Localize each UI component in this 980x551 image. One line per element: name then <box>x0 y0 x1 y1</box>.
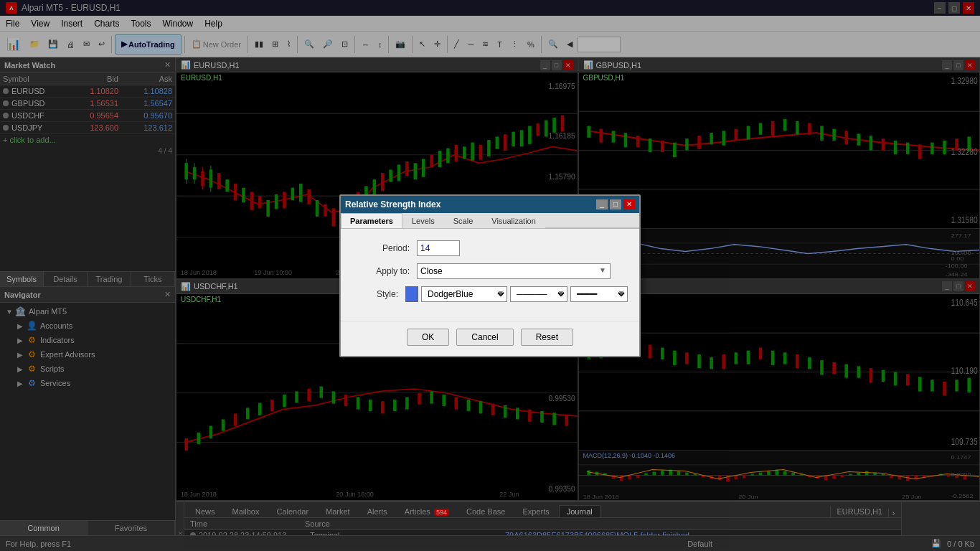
period-label: Period: <box>352 243 417 253</box>
rsi-tab-scale[interactable]: Scale <box>444 213 483 228</box>
rsi-title-buttons: _ □ ✕ <box>596 199 635 209</box>
dialog-overlay: Relative Strength Index _ □ ✕ Parameters… <box>0 0 980 551</box>
color-select[interactable]: DodgerBlue Red Green <box>421 286 507 302</box>
rsi-dialog: Relative Strength Index _ □ ✕ Parameters… <box>339 194 641 357</box>
apply-to-select[interactable]: Close Open High Low <box>417 263 611 279</box>
cancel-button[interactable]: Cancel <box>456 329 513 346</box>
rsi-tabs: Parameters Levels Scale Visualization <box>341 213 639 229</box>
period-input[interactable] <box>417 240 460 256</box>
style-row: Style: DodgerBlue Red Green ▼ ───── - - … <box>352 286 628 302</box>
ok-button[interactable]: OK <box>407 329 449 346</box>
rsi-restore-button[interactable]: □ <box>610 199 621 209</box>
rsi-minimize-button[interactable]: _ <box>596 199 608 209</box>
apply-to-label: Apply to: <box>352 266 417 276</box>
rsi-close-button[interactable]: ✕ <box>623 199 635 209</box>
color-picker[interactable] <box>405 286 418 302</box>
style-label: Style: <box>352 289 405 299</box>
rsi-footer: OK Cancel Reset <box>341 321 639 356</box>
rsi-titlebar: Relative Strength Index _ □ ✕ <box>341 196 639 213</box>
color-select-wrapper: DodgerBlue Red Green ▼ <box>421 286 507 302</box>
line-style-wrapper: ───── - - - ▼ <box>510 286 567 302</box>
rsi-tab-levels[interactable]: Levels <box>402 213 444 228</box>
period-row: Period: <box>352 240 628 256</box>
reset-button[interactable]: Reset <box>521 329 573 346</box>
rsi-body: Period: Apply to: Close Open High Low ▼ … <box>341 229 639 321</box>
line-style-select[interactable]: ───── - - - <box>510 286 567 302</box>
line-width-select[interactable]: ━━━━ ── <box>570 286 628 302</box>
rsi-dialog-title: Relative Strength Index <box>345 199 440 209</box>
line-width-wrapper: ━━━━ ── ▼ <box>570 286 628 302</box>
rsi-tab-visualization[interactable]: Visualization <box>482 213 545 228</box>
apply-to-wrapper: Close Open High Low ▼ <box>417 263 611 279</box>
rsi-tab-parameters[interactable]: Parameters <box>341 213 402 228</box>
apply-to-row: Apply to: Close Open High Low ▼ <box>352 263 628 279</box>
